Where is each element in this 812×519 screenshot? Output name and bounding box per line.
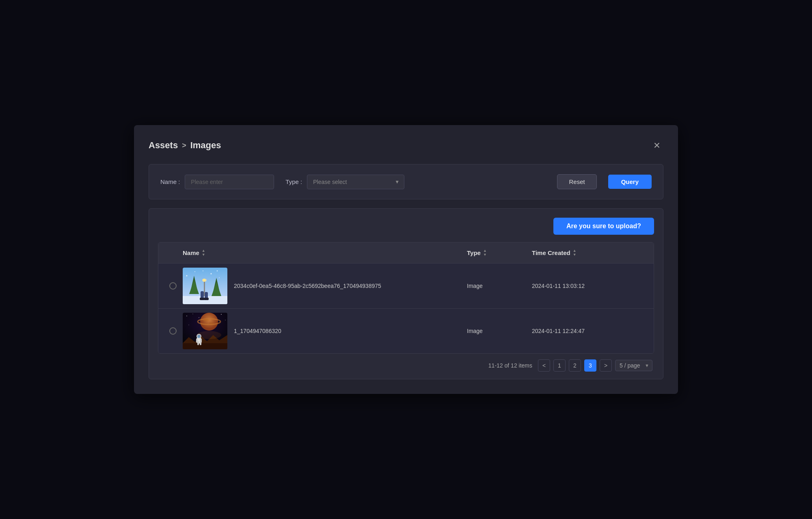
svg-point-26 <box>221 314 222 315</box>
svg-point-30 <box>200 313 218 331</box>
page-size-wrapper: 5 / page 10 / page 20 / page 50 / page ▼ <box>615 360 652 371</box>
type-filter-group: Type : Please select Image Video Audio ▼ <box>285 175 404 189</box>
svg-rect-35 <box>183 343 227 349</box>
thumbnail-1 <box>183 268 227 304</box>
pagination-bar: 11-12 of 12 items < 1 2 3 > 5 / page 10 … <box>158 354 654 372</box>
thumbnail-2 <box>183 313 227 349</box>
type-filter-label: Type : <box>285 178 302 185</box>
time-cell-2: 2024-01-11 12:24:47 <box>532 328 637 334</box>
next-page-button[interactable]: > <box>600 359 612 372</box>
breadcrumb: Assets > Images <box>149 140 221 151</box>
sort-down-icon: ▼ <box>573 253 577 257</box>
row-radio-2[interactable] <box>169 327 177 335</box>
svg-point-21 <box>186 316 187 316</box>
svg-rect-13 <box>204 298 209 300</box>
svg-point-33 <box>209 322 213 324</box>
th-time: Time Created ▲ ▼ <box>532 249 637 257</box>
breadcrumb-current: Images <box>190 140 221 151</box>
breadcrumb-parent: Assets <box>149 140 178 151</box>
svg-point-23 <box>199 317 199 318</box>
content-area: Are you sure to upload? Name ▲ ▼ Type <box>149 208 663 379</box>
table-row: 2034c0ef-0ea5-46c8-95ab-2c5692beea76_170… <box>158 264 654 309</box>
sort-up-icon: ▲ <box>483 249 487 253</box>
radio-cell-2 <box>163 327 183 335</box>
svg-point-44 <box>197 331 221 339</box>
th-name-label: Name <box>183 249 199 256</box>
svg-point-19 <box>217 270 218 271</box>
upload-button[interactable]: Are you sure to upload? <box>553 218 654 235</box>
svg-point-27 <box>225 320 225 320</box>
th-name-sort[interactable]: ▲ ▼ <box>202 249 205 257</box>
sort-up-icon: ▲ <box>202 249 205 253</box>
table-header: Name ▲ ▼ Type ▲ ▼ Time C <box>158 242 654 264</box>
svg-point-15 <box>194 271 195 272</box>
th-type-label: Type <box>467 249 481 256</box>
page-3-button[interactable]: 3 <box>584 359 596 372</box>
upload-btn-row: Are you sure to upload? <box>158 218 654 235</box>
name-filter-group: Name : <box>160 175 274 189</box>
svg-point-17 <box>219 277 220 278</box>
pagination-summary: 11-12 of 12 items <box>488 362 532 369</box>
th-name: Name ▲ ▼ <box>183 249 467 257</box>
filter-bar: Name : Type : Please select Image Video … <box>149 164 663 199</box>
prev-page-button[interactable]: < <box>538 359 550 372</box>
modal-header: Assets > Images × <box>149 138 663 153</box>
breadcrumb-separator: > <box>182 141 186 150</box>
name-input[interactable] <box>185 175 274 189</box>
svg-point-22 <box>192 314 193 314</box>
type-select[interactable]: Please select Image Video Audio <box>307 175 404 189</box>
svg-point-16 <box>211 273 212 275</box>
sort-down-icon: ▼ <box>483 253 487 257</box>
th-type: Type ▲ ▼ <box>467 249 532 257</box>
svg-point-14 <box>186 275 188 277</box>
reset-button[interactable]: Reset <box>557 174 596 189</box>
page-size-select[interactable]: 5 / page 10 / page 20 / page 50 / page <box>615 360 652 371</box>
svg-point-9 <box>203 279 206 282</box>
sort-up-icon: ▲ <box>573 249 577 253</box>
type-cell-1: Image <box>467 283 532 289</box>
th-type-sort[interactable]: ▲ ▼ <box>483 249 487 257</box>
table-row: 1_1704947086320 Image 2024-01-11 12:24:4… <box>158 309 654 353</box>
query-button[interactable]: Query <box>608 175 652 189</box>
modal-overlay: Assets > Images × Name : Type : Please s… <box>0 0 812 519</box>
svg-rect-43 <box>200 339 202 343</box>
svg-point-18 <box>203 270 203 271</box>
type-cell-2: Image <box>467 328 532 334</box>
row-radio-1[interactable] <box>169 282 177 290</box>
row-name-2: 1_1704947086320 <box>234 328 281 334</box>
name-filter-label: Name : <box>160 178 180 185</box>
row-name-1: 2034c0ef-0ea5-46c8-95ab-2c5692beea76_170… <box>234 283 381 289</box>
name-cell-1: 2034c0ef-0ea5-46c8-95ab-2c5692beea76_170… <box>183 268 467 304</box>
radio-cell-1 <box>163 282 183 290</box>
assets-table: Name ▲ ▼ Type ▲ ▼ Time C <box>158 242 654 354</box>
sort-down-icon: ▼ <box>202 253 205 257</box>
svg-point-29 <box>188 324 189 325</box>
page-1-button[interactable]: 1 <box>553 359 566 372</box>
close-button[interactable]: × <box>650 138 663 153</box>
svg-rect-42 <box>196 339 198 343</box>
modal-container: Assets > Images × Name : Type : Please s… <box>134 125 678 394</box>
name-cell-2: 1_1704947086320 <box>183 313 467 349</box>
table-body: 2034c0ef-0ea5-46c8-95ab-2c5692beea76_170… <box>158 264 654 353</box>
svg-point-32 <box>203 319 209 321</box>
time-cell-1: 2024-01-11 13:03:12 <box>532 283 637 289</box>
page-2-button[interactable]: 2 <box>569 359 581 372</box>
type-select-wrapper: Please select Image Video Audio ▼ <box>307 175 404 189</box>
th-time-sort[interactable]: ▲ ▼ <box>573 249 577 257</box>
th-time-label: Time Created <box>532 249 570 256</box>
